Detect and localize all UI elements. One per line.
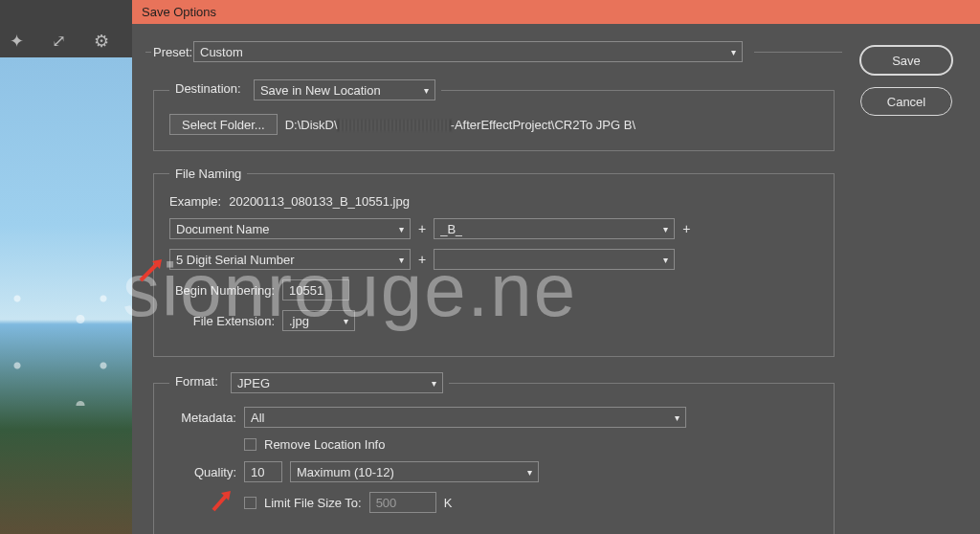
quality-label: Quality:	[169, 465, 236, 479]
naming-token-row-1: Document Name▾ + _B_▾ +	[169, 218, 818, 239]
quality-row: Quality: 10 Maximum (10-12)▾	[169, 461, 818, 482]
preset-select[interactable]: Custom▾	[193, 41, 743, 62]
destination-legend: Destination: Save in New Location▾	[169, 79, 441, 100]
file-extension-row: File Extension: .jpg▾	[169, 310, 818, 331]
cancel-button[interactable]: Cancel	[860, 87, 952, 116]
plus-icon: +	[682, 221, 690, 236]
save-options-dialog: Preset: Custom▾ Destination: Save in New…	[132, 24, 980, 534]
file-extension-select[interactable]: .jpg▾	[282, 310, 355, 331]
save-button[interactable]: Save	[859, 45, 953, 76]
annotation-arrow-1	[137, 256, 169, 284]
limit-size-checkbox[interactable]	[244, 497, 256, 509]
metadata-select[interactable]: All▾	[244, 407, 686, 428]
destination-path: D:\DiskD\-AfterEffectProject\CR2To JPG B…	[285, 118, 635, 132]
redacted-segment	[338, 120, 451, 131]
preset-label: Preset:	[153, 45, 186, 59]
naming-token-row-2: 5 Digit Serial Number▾ + ▾	[169, 249, 818, 270]
quality-preset-select[interactable]: Maximum (10-12)▾	[290, 461, 539, 482]
dialog-title: Save Options	[142, 5, 216, 19]
example-row: Example: 20200113_080133_B_10551.jpg	[169, 194, 818, 209]
plus-icon: +	[418, 221, 426, 236]
format-legend: Format: JPEG▾	[169, 372, 449, 393]
file-naming-group: File Naming Example: 20200113_080133_B_1…	[153, 167, 835, 357]
select-folder-button[interactable]: Select Folder...	[169, 114, 278, 135]
dialog-titlebar: Save Options	[132, 0, 980, 24]
dialog-main-panel: Preset: Custom▾ Destination: Save in New…	[153, 41, 835, 534]
remove-location-checkbox[interactable]	[244, 438, 256, 451]
format-group: Format: JPEG▾ Metadata: All▾ Remove Loca…	[153, 372, 835, 534]
file-extension-label: File Extension:	[169, 314, 275, 328]
destination-mode-select[interactable]: Save in New Location▾	[254, 79, 435, 100]
destination-group: Destination: Save in New Location▾ Selec…	[153, 79, 835, 151]
metadata-row: Metadata: All▾	[169, 407, 818, 428]
remove-location-row: Remove Location Info	[169, 437, 818, 452]
example-value: 20200113_080133_B_10551.jpg	[229, 194, 410, 209]
plus-icon: +	[418, 252, 426, 267]
format-select[interactable]: JPEG▾	[231, 372, 443, 393]
limit-size-row: Limit File Size To: 500 K	[169, 492, 818, 513]
token1-select[interactable]: Document Name▾	[169, 218, 411, 239]
example-label: Example:	[169, 194, 221, 209]
token3-select[interactable]: 5 Digit Serial Number▾	[169, 249, 411, 270]
limit-size-label: Limit File Size To:	[264, 496, 362, 510]
destination-path-row: Select Folder... D:\DiskD\-AfterEffectPr…	[169, 114, 818, 135]
limit-size-input[interactable]: 500	[369, 492, 436, 513]
quality-input[interactable]: 10	[244, 461, 282, 482]
file-naming-legend: File Naming	[169, 167, 247, 181]
remove-location-label: Remove Location Info	[264, 437, 385, 452]
begin-numbering-row: Begin Numbering: 10551	[169, 279, 818, 300]
begin-numbering-input[interactable]: 10551	[282, 279, 349, 300]
metadata-label: Metadata:	[169, 411, 236, 425]
preset-row: Preset: Custom▾	[153, 41, 835, 62]
begin-numbering-label: Begin Numbering:	[169, 283, 275, 298]
limit-size-unit: K	[444, 496, 453, 510]
dialog-button-panel: Save Cancel	[854, 41, 959, 534]
token4-select[interactable]: ▾	[434, 249, 675, 270]
token2-select[interactable]: _B_▾	[434, 218, 675, 239]
